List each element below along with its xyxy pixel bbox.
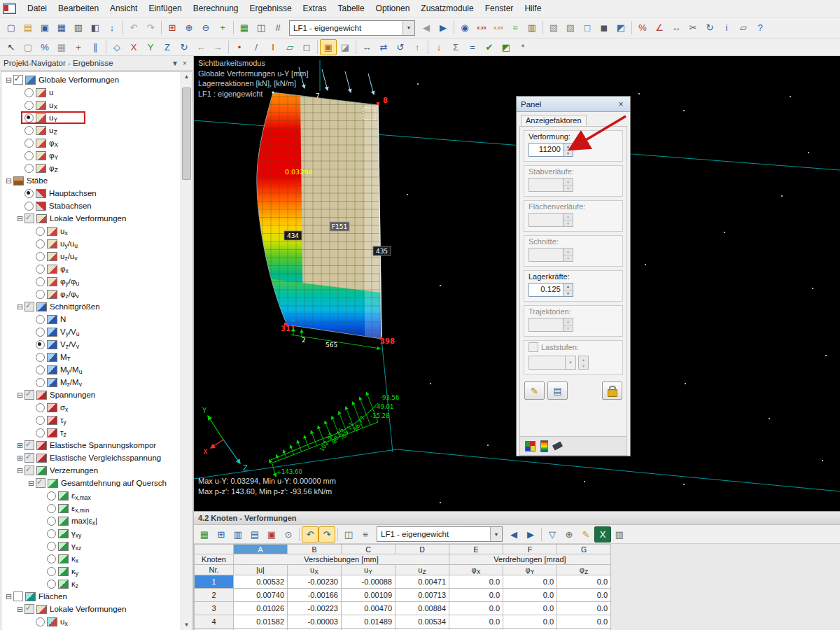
tree-item-φy-φu[interactable]: φy/φu bbox=[1, 275, 181, 288]
view-isometric-button[interactable]: ◇ bbox=[108, 39, 125, 55]
radio-button[interactable] bbox=[24, 151, 34, 160]
new-surface-button[interactable]: ▱ bbox=[281, 39, 298, 55]
navigator-scrollbar[interactable]: ▲ ▼ bbox=[181, 72, 192, 630]
eraser-icon[interactable] bbox=[552, 441, 563, 450]
loadcase-combobox[interactable]: LF1 - eigengewicht▼ bbox=[289, 20, 415, 36]
select-region-button[interactable]: ▢ bbox=[20, 39, 36, 55]
display-transparent-button[interactable]: ◩ bbox=[612, 20, 629, 36]
tree-item-globale-verformungen[interactable]: ⊟Globale Verformungen bbox=[1, 74, 181, 86]
radio-button[interactable] bbox=[47, 529, 56, 538]
rotate-entities-button[interactable]: ↺ bbox=[392, 39, 409, 55]
tree-item-vy-vu[interactable]: Vy/Vu bbox=[1, 326, 181, 338]
menu-item-fenster[interactable]: Fenster bbox=[479, 1, 519, 15]
table-list-button[interactable]: ▦ bbox=[196, 526, 213, 542]
radio-button[interactable] bbox=[36, 365, 45, 374]
verformung-input[interactable]: 11200▲▼ bbox=[528, 143, 573, 157]
load-cases-button[interactable]: Σ bbox=[447, 39, 464, 55]
expander-icon[interactable]: ⊞ bbox=[15, 454, 24, 463]
expander-icon[interactable]: ⊟ bbox=[4, 176, 13, 186]
show-numbering-button[interactable]: # bbox=[270, 20, 286, 36]
table-loadcase-combobox[interactable]: LF1 - eigengewicht▼ bbox=[377, 526, 503, 542]
tree-item-κy[interactable]: κy bbox=[1, 565, 181, 578]
snap-grid-button[interactable]: ▦ bbox=[53, 39, 70, 55]
table-cell[interactable]: 0.0 bbox=[449, 615, 503, 629]
radio-button[interactable] bbox=[36, 328, 45, 337]
zoom-out-button[interactable]: ⊖ bbox=[197, 20, 214, 36]
result-values-button[interactable]: x.xx bbox=[473, 20, 490, 36]
export-excel-button[interactable]: X bbox=[594, 526, 611, 542]
checkbox[interactable] bbox=[24, 604, 34, 614]
table-previous-loadcase-button[interactable]: ◀ bbox=[505, 526, 522, 542]
tree-item-stabachsen[interactable]: Stabachsen bbox=[1, 200, 181, 212]
snap-settings-button[interactable]: % bbox=[634, 20, 651, 36]
expander-icon[interactable]: ⊟ bbox=[15, 214, 24, 223]
radio-button[interactable] bbox=[36, 227, 45, 236]
table-cell[interactable]: -0.00003 bbox=[288, 615, 342, 629]
row-number[interactable]: 1 bbox=[195, 575, 234, 589]
expander-icon[interactable]: ⊞ bbox=[15, 441, 24, 450]
show-tables-button[interactable]: ▦ bbox=[236, 20, 253, 36]
menu-item-extras[interactable]: Extras bbox=[298, 1, 332, 15]
column-subheader[interactable]: uX bbox=[288, 565, 342, 575]
menu-item-zusatzmodule[interactable]: Zusatzmodule bbox=[415, 1, 479, 15]
radio-button[interactable] bbox=[36, 265, 45, 274]
measure-angle-button[interactable]: ∠ bbox=[651, 20, 668, 36]
tree-item-φz-φv[interactable]: φz/φv bbox=[1, 288, 181, 300]
table-search-button[interactable]: ⊙ bbox=[280, 526, 297, 542]
radio-button[interactable] bbox=[47, 491, 56, 500]
column-header-e[interactable]: E bbox=[449, 545, 503, 554]
column-header-c[interactable]: C bbox=[342, 545, 396, 554]
tree-item-spannungen[interactable]: ⊟Spannungen bbox=[1, 388, 181, 401]
menu-item-bearbeiten[interactable]: Bearbeiten bbox=[52, 1, 104, 15]
expander-icon[interactable]: ⊟ bbox=[4, 592, 13, 601]
tree-item-hauptachsen[interactable]: Hauptachsen bbox=[1, 187, 181, 200]
panel-settings-button[interactable]: ▤ bbox=[547, 382, 568, 400]
column-subheader[interactable]: |u| bbox=[234, 565, 288, 575]
table-cell[interactable]: 0.00470 bbox=[342, 602, 396, 615]
table-cell[interactable]: 0.00713 bbox=[396, 589, 449, 602]
table-cell[interactable]: 0.00109 bbox=[342, 589, 396, 602]
radio-button[interactable] bbox=[24, 113, 34, 122]
table-cell[interactable]: 0.0 bbox=[503, 575, 557, 589]
column-header-a[interactable]: A bbox=[234, 545, 288, 554]
visibility-numbering-button[interactable]: ▨ bbox=[562, 20, 579, 36]
object-snap-button[interactable]: + bbox=[70, 39, 87, 55]
checkbox[interactable] bbox=[13, 592, 23, 601]
tree-item-κz[interactable]: κz bbox=[1, 578, 181, 590]
spin-down-icon[interactable]: ▼ bbox=[564, 290, 573, 297]
group-header-verdrehungen[interactable]: Verdrehungen [mrad] bbox=[449, 554, 611, 565]
tree-item-τz[interactable]: τz bbox=[1, 426, 181, 439]
radio-button[interactable] bbox=[36, 252, 45, 261]
radio-button[interactable] bbox=[24, 164, 34, 173]
table-cell[interactable]: -0.00230 bbox=[288, 575, 342, 589]
close-icon[interactable]: × bbox=[180, 59, 190, 67]
expander-icon[interactable]: ⊟ bbox=[15, 302, 24, 312]
checkbox[interactable] bbox=[36, 478, 46, 488]
radio-button[interactable] bbox=[36, 617, 45, 626]
scroll-down-icon[interactable]: ▼ bbox=[181, 620, 192, 630]
table-rows-button[interactable]: ▤ bbox=[246, 526, 263, 542]
next-view-button[interactable]: → bbox=[209, 39, 226, 55]
column-header-d[interactable]: D bbox=[396, 545, 449, 554]
extrude-button[interactable]: ↑ bbox=[409, 39, 426, 55]
tab-anzeigefaktoren[interactable]: Anzeigefaktoren bbox=[521, 115, 587, 126]
new-opening-button[interactable]: ◻ bbox=[298, 39, 315, 55]
visibility-mode-button[interactable]: ▣ bbox=[320, 39, 337, 55]
table-cell[interactable]: 0.01582 bbox=[234, 615, 288, 629]
radio-button[interactable] bbox=[36, 340, 45, 349]
tree-item-φz[interactable]: φZ bbox=[1, 162, 181, 174]
tree-item-max-εx[interactable]: max|εx| bbox=[1, 514, 181, 527]
pan-view-button[interactable]: + bbox=[214, 20, 231, 36]
expander-icon[interactable]: ⊟ bbox=[15, 466, 24, 475]
new-file-button[interactable]: ▢ bbox=[3, 20, 20, 36]
radio-button[interactable] bbox=[47, 567, 56, 576]
tree-item-my-mu[interactable]: My/Mu bbox=[1, 363, 181, 376]
guidelines-button[interactable]: ∥ bbox=[87, 39, 104, 55]
table-cell[interactable]: 0.0 bbox=[557, 575, 611, 589]
group-header-verschiebungen[interactable]: Verschiebungen [mm] bbox=[234, 554, 449, 565]
jump-next-button[interactable]: ↷ bbox=[318, 526, 335, 542]
table-cell[interactable]: 0.00534 bbox=[396, 615, 449, 629]
radio-button[interactable] bbox=[36, 315, 45, 324]
radio-button[interactable] bbox=[36, 416, 45, 425]
table-cell[interactable]: -0.00166 bbox=[288, 589, 342, 602]
